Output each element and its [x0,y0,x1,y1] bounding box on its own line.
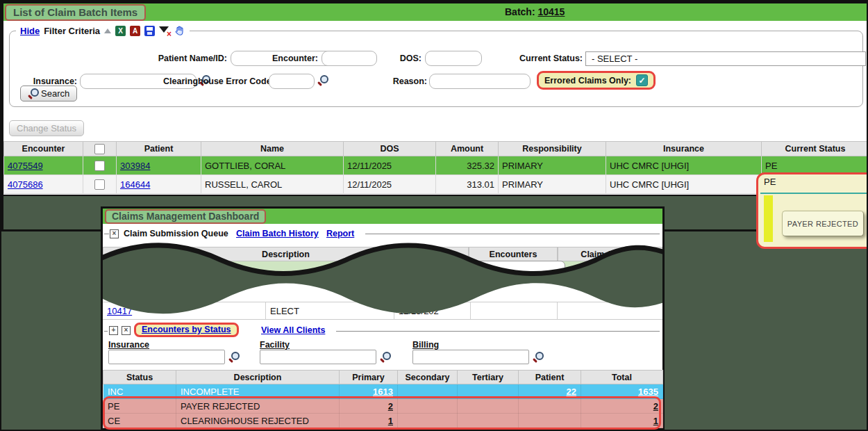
screenshot-root: List of Claim Batch Items Batch: 10415 H… [0,0,868,431]
claim-batch-window: List of Claim Batch Items Batch: 10415 H… [1,1,868,231]
current-status-select[interactable]: - SELECT - [585,51,866,66]
billing-filter-label: Billing [412,340,439,350]
count-link[interactable]: 1 [653,416,658,426]
count-link[interactable]: 22 [567,387,576,397]
window-title: List of Claim Batch Items [5,4,146,21]
status-cell-value: PE [764,177,776,187]
table-row: 4075549 303984 GOTTLIEB, CORAL 12/11/202… [4,156,868,175]
queue-col-description[interactable]: Description [103,247,469,261]
report-link[interactable]: Report [326,229,354,238]
col-name[interactable]: Name [201,142,344,156]
dashboard-header-bar: Claims Management Dashboard [103,209,662,224]
insurance-filter-input[interactable] [108,350,225,364]
view-all-clients-link[interactable]: View All Clients [261,325,325,335]
facility-filter-input[interactable] [260,350,376,364]
status-row-clearinghouse-rejected: CE CLEARINGHOUSE REJECTED 1 1 [103,414,663,428]
row-checkbox[interactable] [94,179,105,190]
row-checkbox[interactable] [94,161,105,171]
queue-col-claim-amount[interactable]: Claim Amount [558,247,662,261]
errored-claims-label: Errored Claims Only: [544,76,631,86]
reason-input[interactable] [429,74,531,89]
status-tooltip: PE PAYER REJECTED [756,172,868,249]
patient-link[interactable]: 164644 [120,179,150,190]
batch-value-link[interactable]: 10415 [537,6,565,17]
col-dos[interactable]: DOS [344,142,436,156]
status-table-header: Status Description Primary Secondary Ter… [103,371,663,384]
dos-input[interactable] [425,51,482,66]
patient-name: RUSSELL, CAROL [201,175,344,194]
batch-number: Batch: 10415 [505,6,565,17]
errored-claims-highlight: Errored Claims Only: ✓ [537,71,656,90]
dashboard-title: Claims Management Dashboard [105,209,266,224]
pdf-export-icon[interactable]: A [130,26,140,36]
queue-row-description: ELECT [266,302,394,319]
patient-link[interactable]: 303984 [120,161,150,171]
col-insurance[interactable]: Insurance [606,142,762,156]
queue-table-header: Description Encounters Claim Amount [103,247,662,261]
facility-filter-label: Facility [260,340,290,350]
col-amount[interactable]: Amount [436,142,499,156]
change-status-button[interactable]: Change Status [9,120,84,136]
hide-link[interactable]: Hide [20,26,40,36]
queue-partial-button[interactable] [464,261,565,279]
insurance-filter-search-icon[interactable] [228,352,239,362]
expand-icon[interactable]: + [109,326,118,335]
highlight-strip [764,195,773,242]
patient-name-label: Patient Name/ID: [59,54,227,63]
errored-claims-checkbox[interactable]: ✓ [636,74,648,86]
excel-export-icon[interactable]: X [115,26,126,36]
clear-filter-icon[interactable] [159,26,170,36]
col-patient[interactable]: Patient [519,371,581,384]
pan-hand-icon[interactable] [174,25,185,36]
billing-filter-search-icon[interactable] [533,352,543,362]
clearinghouse-label: Clearinghouse Error Code: [163,76,266,86]
collapse-arrow-icon[interactable] [104,29,111,33]
encounter-link[interactable]: 4075686 [8,179,43,190]
amount-value: 325.32 [436,156,499,175]
count-link[interactable]: 2 [653,401,658,412]
col-description[interactable]: Description [176,371,340,384]
claim-batch-history-link[interactable]: Claim Batch History [236,229,319,238]
facility-filter-search-icon[interactable] [380,352,390,362]
save-icon[interactable] [144,26,155,36]
current-status-label: Current Status: [490,54,583,63]
col-patient[interactable]: Patient [117,142,201,156]
col-total[interactable]: Total [581,371,663,384]
close-icon[interactable]: × [122,326,131,335]
col-secondary[interactable]: Secondary [398,371,458,384]
queue-partial-amount: 55.5 [558,263,655,274]
col-tertiary[interactable]: Tertiary [458,371,519,384]
billing-filter-input[interactable] [412,350,529,364]
filter-criteria-legend: Hide Filter Criteria X A [16,24,190,37]
col-encounter[interactable]: Encounter [4,142,83,156]
count-link[interactable]: 1613 [373,387,393,397]
clearinghouse-search-icon[interactable] [317,75,328,86]
col-primary[interactable]: Primary [340,371,398,384]
status-row-payer-rejected: PE PAYER REJECTED 2 2 [103,399,663,414]
col-responsibility[interactable]: Responsibility [499,142,606,156]
tooltip-divider [760,193,868,194]
clearinghouse-input[interactable] [269,74,315,89]
table-header-row: Encounter Patient Name DOS Amount Respon… [4,142,868,156]
queue-col-encounters[interactable]: Encounters [469,247,558,261]
patient-name: GOTTLIEB, CORAL [201,156,344,175]
count-link[interactable]: 1 [388,416,393,426]
col-select-all [83,142,117,156]
queue-row-date: 12/13/202 [394,302,471,319]
col-current-status[interactable]: Current Status [762,142,868,156]
filter-criteria-panel [9,31,863,107]
window-header-bar: List of Claim Batch Items Batch: 10415 [3,3,867,21]
count-link[interactable]: 1635 [638,387,658,397]
table-row: 4075686 164644 RUSSELL, CAROL 12/11/2025… [4,175,868,194]
filter-criteria-title: Filter Criteria [44,26,100,36]
search-button[interactable]: Search [20,86,77,101]
responsibility-value: PRIMARY [499,175,606,194]
insurance-filter-label: Insurance [108,340,149,350]
encounter-link[interactable]: 4075549 [8,161,43,171]
col-status[interactable]: Status [103,371,176,384]
queue-collapse-icon[interactable]: × [110,229,119,238]
select-all-checkbox[interactable] [94,144,105,154]
count-link[interactable]: 2 [388,401,393,412]
batch-link[interactable]: 10417 [107,306,132,316]
encounters-by-status-link[interactable]: Encounters by Status [134,323,239,337]
